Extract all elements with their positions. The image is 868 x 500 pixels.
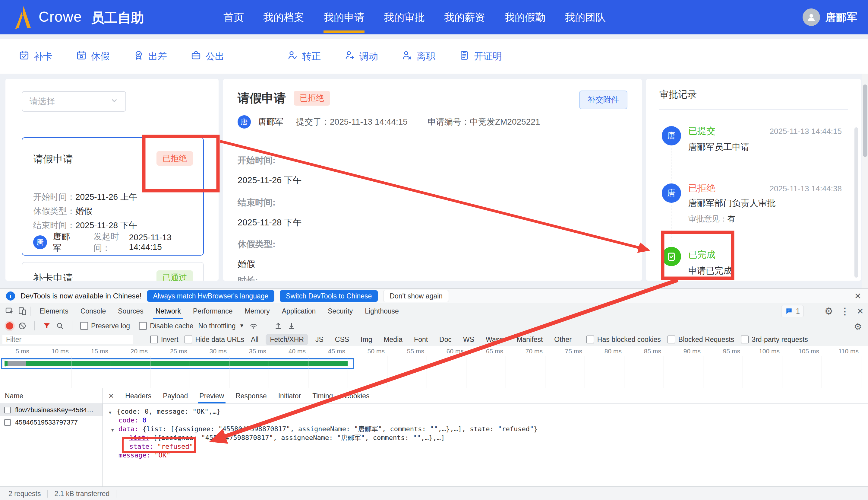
request-checkbox[interactable]: [4, 407, 11, 413]
pane-tab-initiator[interactable]: Initiator: [272, 388, 307, 404]
request-row-flow[interactable]: flow?businessKey=45846519...: [0, 404, 103, 416]
nav-item-home[interactable]: 首页: [223, 0, 244, 34]
filter-chip-all[interactable]: All: [247, 334, 263, 345]
search-icon[interactable]: [56, 322, 64, 330]
tab-performance[interactable]: Performance: [187, 303, 239, 319]
inspect-element-icon[interactable]: [5, 306, 14, 316]
action-diaodong[interactable]: 调动: [344, 50, 378, 63]
more-options-icon[interactable]: ⋮: [841, 306, 849, 317]
request-checkbox[interactable]: [4, 419, 11, 426]
action-gongchu[interactable]: 公出: [190, 50, 224, 63]
device-toolbar-icon[interactable]: [17, 306, 27, 316]
clear-icon[interactable]: [18, 322, 26, 330]
filter-chip-other[interactable]: Other: [550, 334, 576, 345]
filter-chip-img[interactable]: Img: [356, 334, 376, 345]
nav-item-profile[interactable]: 我的档案: [263, 0, 304, 34]
filter-chip-manifest[interactable]: Manifest: [512, 334, 547, 345]
dont-show-again-button[interactable]: Don't show again: [383, 290, 449, 302]
action-chuchai[interactable]: 出差: [133, 50, 167, 63]
pane-tab-timing[interactable]: Timing: [307, 388, 339, 404]
name-column-header[interactable]: Name: [0, 388, 103, 404]
tab-lighthouse[interactable]: Lighthouse: [359, 303, 405, 319]
page-scrollbar-thumb[interactable]: [863, 84, 867, 157]
action-xiujia[interactable]: 休假: [76, 50, 110, 63]
request-row-id[interactable]: 45846519533797377: [0, 416, 103, 429]
tab-console[interactable]: Console: [74, 303, 112, 319]
filter-chip-doc[interactable]: Doc: [435, 334, 456, 345]
json-list-line[interactable]: ▶list: [{assignee: "4558047598870817", a…: [108, 433, 865, 442]
ruler-tick-label: 95 ms: [707, 348, 740, 355]
action-lizhi[interactable]: 离职: [402, 50, 435, 63]
ruler-tick-label: 35 ms: [233, 348, 266, 355]
pane-tab-payload[interactable]: Payload: [157, 388, 193, 404]
application-card-leave[interactable]: 请假申请 已拒绝 开始时间：2025-11-26 上午 休假类型：婚假 结束时间…: [22, 137, 204, 255]
hide-data-urls-toggle[interactable]: Hide data URLs: [185, 336, 244, 344]
export-har-icon[interactable]: [287, 322, 296, 330]
third-party-toggle[interactable]: 3rd-party requests: [741, 336, 808, 344]
filter-chip-wasm[interactable]: Wasm: [481, 334, 509, 345]
settings-gear-icon[interactable]: ⚙: [824, 305, 833, 317]
type-filter-select[interactable]: 请选择: [22, 91, 126, 112]
throttling-dropdown[interactable]: No throttling ▼: [198, 322, 245, 330]
panel-scrollbar[interactable]: [854, 127, 858, 277]
pane-tab-response[interactable]: Response: [230, 388, 272, 404]
nav-item-my-salary[interactable]: 我的薪资: [444, 0, 485, 34]
preserve-log-toggle[interactable]: Preserve log: [80, 322, 130, 330]
tab-sources[interactable]: Sources: [112, 303, 149, 319]
tab-elements[interactable]: Elements: [34, 303, 74, 319]
blocked-requests-toggle[interactable]: Blocked Requests: [668, 336, 734, 344]
third-party-checkbox[interactable]: [741, 336, 749, 343]
tab-security[interactable]: Security: [322, 303, 359, 319]
filter-input[interactable]: [2, 334, 133, 344]
pane-tab-headers[interactable]: Headers: [119, 388, 157, 404]
disable-cache-checkbox[interactable]: [139, 322, 147, 330]
filter-chip-font[interactable]: Font: [410, 334, 432, 345]
json-root-line[interactable]: ▼{code: 0, message: "OK",…}: [108, 407, 865, 416]
filter-chip-ws[interactable]: WS: [459, 334, 479, 345]
import-har-icon[interactable]: [274, 322, 282, 330]
filter-chip-fetch-xhr[interactable]: Fetch/XHR: [266, 334, 308, 345]
json-data-line[interactable]: ▼data: {list: [{assignee: "4558047598870…: [108, 424, 865, 433]
devtools-close-icon[interactable]: ✕: [857, 306, 864, 316]
issues-button[interactable]: 1: [781, 305, 804, 317]
page-scrollbar-track[interactable]: [862, 73, 868, 288]
filter-chip-css[interactable]: CSS: [331, 334, 353, 345]
nav-item-my-applications[interactable]: 我的申请: [324, 0, 364, 34]
invert-checkbox[interactable]: [150, 336, 158, 343]
filter-chip-js[interactable]: JS: [311, 334, 328, 345]
has-blocked-cookies-toggle[interactable]: Has blocked cookies: [586, 336, 661, 344]
pane-close-icon[interactable]: ✕: [103, 392, 119, 400]
nav-item-my-attendance[interactable]: 我的假勤: [504, 0, 546, 34]
application-card-buka[interactable]: 补卡申请 已通过: [22, 262, 204, 281]
record-icon[interactable]: [6, 322, 13, 330]
tab-network[interactable]: Network: [150, 303, 187, 319]
blocked-requests-checkbox[interactable]: [668, 336, 675, 343]
match-language-button[interactable]: Always match HwBrowser's language: [147, 290, 275, 302]
nav-item-my-approvals[interactable]: 我的审批: [384, 0, 425, 34]
user-menu[interactable]: 唐郦军: [802, 0, 857, 34]
nav-item-my-team[interactable]: 我的团队: [565, 0, 606, 34]
action-kaizhengming[interactable]: 开证明: [459, 50, 502, 63]
pane-tab-preview[interactable]: Preview: [193, 388, 230, 404]
tab-memory[interactable]: Memory: [239, 303, 276, 319]
tab-application[interactable]: Application: [276, 303, 322, 319]
supplement-attachment-button[interactable]: 补交附件: [579, 91, 627, 109]
network-settings-gear-icon[interactable]: ⚙: [854, 321, 862, 332]
overview-selection[interactable]: [1, 358, 354, 369]
application-list-panel: 请选择 请假申请 已拒绝 开始时间：2025-11-26 上午 休假类型：婚假 …: [5, 79, 219, 281]
preserve-log-checkbox[interactable]: [80, 322, 88, 330]
hide-data-urls-checkbox[interactable]: [185, 336, 192, 343]
action-buka[interactable]: 补卡: [19, 50, 52, 63]
has-blocked-cookies-checkbox[interactable]: [586, 336, 594, 343]
network-overview-timeline[interactable]: 5 ms10 ms15 ms20 ms25 ms30 ms35 ms40 ms4…: [0, 346, 868, 389]
switch-chinese-button[interactable]: Switch DevTools to Chinese: [280, 290, 378, 302]
action-zhuanzheng[interactable]: 转正: [287, 50, 321, 63]
ruler-tick-label: 30 ms: [193, 348, 227, 355]
network-conditions-icon[interactable]: [249, 321, 258, 330]
invert-toggle[interactable]: Invert: [150, 336, 178, 344]
pane-tab-cookies[interactable]: Cookies: [339, 388, 375, 404]
filter-funnel-icon[interactable]: [43, 322, 51, 330]
filter-chip-media[interactable]: Media: [379, 334, 407, 345]
disable-cache-toggle[interactable]: Disable cache: [139, 322, 193, 330]
infobar-close-icon[interactable]: ✕: [854, 291, 861, 301]
